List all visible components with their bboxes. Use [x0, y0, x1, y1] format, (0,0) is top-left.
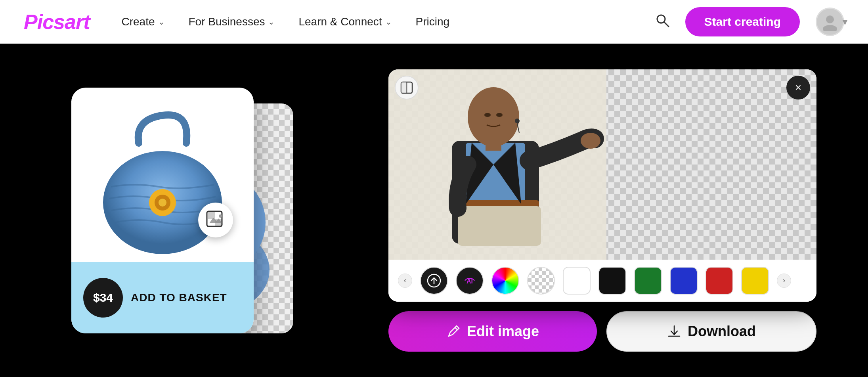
svg-line-1: [664, 22, 669, 27]
add-to-basket-label: ADD TO BASKET: [131, 291, 227, 304]
svg-point-19: [219, 214, 222, 218]
svg-rect-29: [486, 139, 501, 151]
remove-background-button[interactable]: [198, 203, 233, 237]
compare-button[interactable]: [395, 76, 419, 100]
nav-links: Create ⌄ For Businesses ⌄ Learn & Connec…: [121, 15, 655, 28]
edit-image-button[interactable]: Edit image: [388, 311, 597, 352]
search-button[interactable]: [655, 13, 669, 31]
toolbar-scroll-left[interactable]: ‹: [398, 274, 412, 288]
blue-swatch[interactable]: [670, 267, 698, 295]
product-card-bottom: $34 ADD TO BASKET: [71, 262, 254, 333]
svg-point-28: [468, 87, 519, 147]
close-button[interactable]: ×: [786, 76, 810, 100]
green-swatch[interactable]: [634, 267, 662, 295]
avatar[interactable]: ▼: [816, 8, 844, 36]
white-swatch[interactable]: [563, 267, 591, 295]
main-content: $34 ADD TO BASKET: [0, 44, 868, 377]
svg-rect-22: [401, 82, 407, 93]
price-badge: $34: [83, 278, 123, 318]
red-swatch[interactable]: [705, 267, 733, 295]
start-creating-button[interactable]: Start creating: [685, 7, 800, 36]
logo: Picsart: [24, 10, 90, 34]
chevron-down-icon: ⌄: [385, 17, 392, 27]
chevron-down-icon: ⌄: [268, 17, 275, 27]
svg-point-33: [484, 113, 491, 117]
nav-right: Start creating ▼: [655, 7, 844, 36]
black-swatch[interactable]: [598, 267, 626, 295]
nav-item-pricing[interactable]: Pricing: [416, 15, 450, 28]
transparent-swatch[interactable]: [527, 267, 555, 295]
svg-rect-27: [458, 206, 541, 246]
nav-item-create[interactable]: Create ⌄: [121, 15, 164, 28]
color-wheel-button[interactable]: [491, 267, 519, 295]
svg-point-30: [581, 133, 600, 149]
action-buttons: Edit image Download: [388, 311, 816, 352]
yellow-swatch[interactable]: [741, 267, 769, 295]
download-button[interactable]: Download: [606, 311, 816, 352]
svg-point-13: [159, 199, 166, 207]
toolbar-scroll-right[interactable]: ›: [777, 274, 791, 288]
editor-panel: ×: [388, 69, 816, 302]
svg-point-3: [823, 25, 837, 31]
editor-toolbar: ‹ AI: [388, 260, 816, 302]
ai-button[interactable]: AI: [456, 267, 484, 295]
upload-button[interactable]: [420, 267, 448, 295]
nav-item-businesses[interactable]: For Businesses ⌄: [189, 15, 275, 28]
chevron-down-icon: ⌄: [158, 17, 165, 27]
svg-point-31: [515, 119, 520, 123]
svg-line-38: [455, 327, 457, 330]
editor-canvas: [388, 69, 816, 260]
navbar: Picsart Create ⌄ For Businesses ⌄ Learn …: [0, 0, 868, 44]
left-section: $34 ADD TO BASKET: [48, 72, 325, 349]
svg-point-34: [496, 113, 503, 117]
nav-item-learn[interactable]: Learn & Connect ⌄: [298, 15, 392, 28]
svg-point-2: [826, 15, 834, 23]
right-section: ×: [384, 69, 820, 352]
